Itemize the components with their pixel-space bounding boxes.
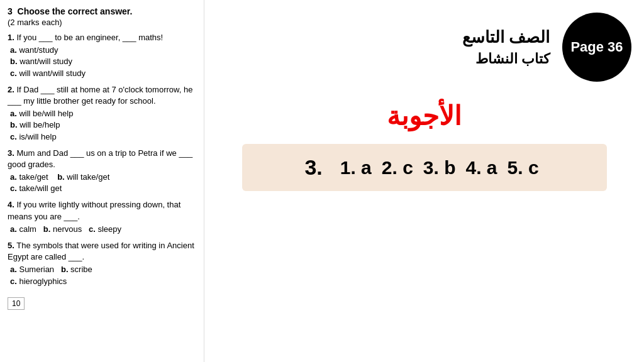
question-1: 1. If you ___ to be an engineer, ___ mat… xyxy=(8,32,196,79)
marks-note: (2 marks each) xyxy=(8,18,196,27)
q3-options: a. take/get b. will take/get c. take/wil… xyxy=(8,172,196,194)
q1-option-a: a. want/study xyxy=(10,45,196,56)
q1-option-c: c. will want/will study xyxy=(10,68,196,79)
q3-option-c: c. take/will get xyxy=(10,183,196,194)
page-circle: Page 36 xyxy=(562,13,631,82)
answers-section-num: 3. xyxy=(304,155,322,180)
answer-4: 4. a xyxy=(466,157,497,178)
q2-option-c: c. is/will help xyxy=(10,131,196,143)
q5-options: a. Sumerian b. scribe c. hieroglyphics xyxy=(8,264,196,287)
q3-option-a: a. take/get b. will take/get xyxy=(10,172,196,183)
question-2: 2. If Dad ___ still at home at 7 o'clock… xyxy=(8,84,196,143)
q2-text: 2. If Dad ___ still at home at 7 o'clock… xyxy=(8,84,196,107)
right-panel: الصف التاسع كتاب النشاط Page 36 الأجوبة … xyxy=(204,0,644,362)
answer-2: 2. c xyxy=(382,157,413,178)
q5-option-c: c. hieroglyphics xyxy=(10,276,196,287)
answers-label: الأجوبة xyxy=(387,101,462,131)
top-right: الصف التاسع كتاب النشاط Page 36 xyxy=(217,13,631,82)
q2-options: a. will be/will help b. will be/help c. … xyxy=(8,108,196,143)
question-5: 5. The symbols that were used for writin… xyxy=(8,240,196,287)
left-panel: 3 Choose the correct answer. (2 marks ea… xyxy=(0,0,204,362)
page-number-box: 10 xyxy=(8,297,25,310)
q1-options: a. want/study b. want/will study c. will… xyxy=(8,45,196,79)
q5-option-inline: a. Sumerian b. scribe xyxy=(10,264,196,275)
answer-5: 5. c xyxy=(508,157,539,178)
q2-option-b: b. will be/help xyxy=(10,119,196,131)
arabic-labels: الصف التاسع كتاب النشاط xyxy=(462,28,550,67)
arabic-subtitle: كتاب النشاط xyxy=(475,51,550,67)
q4-option-inline: a. calm b. nervous c. sleepy xyxy=(10,224,196,235)
answer-3: 3. b xyxy=(423,157,456,178)
q2-option-a: a. will be/will help xyxy=(10,108,196,119)
section-header: 3 Choose the correct answer. xyxy=(8,6,196,16)
q4-options: a. calm b. nervous c. sleepy xyxy=(8,224,196,235)
q1-option-b: b. want/will study xyxy=(10,56,196,67)
q1-text: 1. If you ___ to be an engineer, ___ mat… xyxy=(8,32,196,43)
q3-text: 3. Mum and Dad ___ us on a trip to Petra… xyxy=(8,148,196,170)
q5-text: 5. The symbols that were used for writin… xyxy=(8,240,196,263)
q4-text: 4. If you write lightly without pressing… xyxy=(8,199,196,222)
arabic-title: الصف التاسع xyxy=(462,28,550,47)
question-3: 3. Mum and Dad ___ us on a trip to Petra… xyxy=(8,148,196,195)
answers-box: 3. 1. a 2. c 3. b 4. a 5. c xyxy=(242,144,607,191)
question-4: 4. If you write lightly without pressing… xyxy=(8,199,196,235)
answer-1: 1. a xyxy=(340,157,372,178)
